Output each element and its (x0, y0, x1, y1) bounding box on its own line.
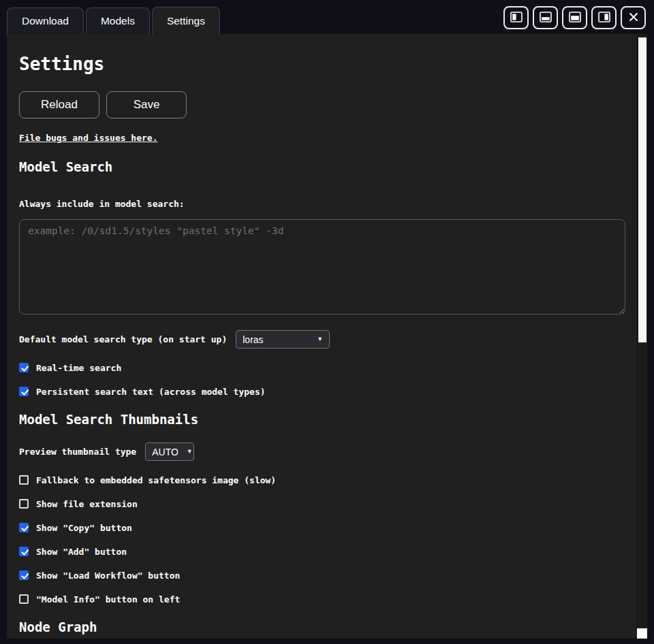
close-icon (628, 12, 639, 25)
tab-models-label: Models (101, 15, 135, 27)
scrollbar-thumb[interactable] (638, 37, 647, 342)
show-copy-button-row: Show "Copy" button (19, 523, 625, 532)
file-bugs-link[interactable]: File bugs and issues here. (19, 133, 158, 143)
thumbnails-heading: Model Search Thumbnails (19, 413, 625, 427)
default-search-type-label: Default model search type (on start up) (19, 334, 227, 344)
tab-settings-label: Settings (167, 15, 205, 27)
dock-bottom-icon (540, 12, 552, 25)
chevron-down-icon: ▼ (187, 449, 193, 455)
model-info-left-checkbox[interactable] (19, 594, 29, 604)
window-controls (503, 6, 646, 29)
scrollbar-corner (637, 628, 647, 639)
always-include-textarea[interactable] (19, 219, 625, 315)
settings-content: Settings Reload Save File bugs and issue… (7, 34, 637, 639)
show-load-workflow-label: Show "Load Workflow" button (36, 570, 180, 581)
show-add-button-checkbox[interactable] (19, 547, 29, 556)
settings-panel: Settings Reload Save File bugs and issue… (7, 34, 647, 639)
show-load-workflow-row: Show "Load Workflow" button (19, 570, 625, 580)
tab-download-label: Download (22, 15, 69, 27)
reload-button[interactable]: Reload (19, 91, 99, 118)
dock-bottom-expand-button[interactable] (562, 6, 587, 29)
tab-models[interactable]: Models (86, 7, 150, 34)
realtime-search-checkbox[interactable] (19, 363, 29, 372)
show-copy-button-checkbox[interactable] (19, 523, 29, 532)
dock-bottom-button[interactable] (533, 6, 558, 29)
persistent-search-row: Persistent search text (across model typ… (19, 387, 625, 396)
dock-left-button[interactable] (503, 6, 529, 29)
model-info-left-label: "Model Info" button on left (36, 594, 180, 605)
action-button-row: Reload Save (19, 91, 625, 118)
model-search-heading: Model Search (19, 160, 625, 174)
fallback-safetensors-row: Fallback to embedded safetensors image (… (19, 475, 625, 485)
show-copy-button-label: Show "Copy" button (36, 523, 132, 533)
persistent-search-label: Persistent search text (across model typ… (36, 387, 266, 397)
realtime-search-row: Real-time search (19, 363, 625, 372)
show-file-extension-row: Show file extension (19, 499, 625, 509)
realtime-search-label: Real-time search (36, 363, 121, 373)
show-file-extension-checkbox[interactable] (19, 499, 29, 509)
chevron-down-icon: ▼ (317, 336, 323, 342)
show-load-workflow-checkbox[interactable] (19, 570, 29, 580)
preview-thumbnail-type-select[interactable]: AUTO ▼ (145, 442, 194, 461)
show-add-button-row: Show "Add" button (19, 547, 625, 556)
default-search-type-value: loras (243, 334, 263, 345)
preview-thumbnail-type-value: AUTO (152, 447, 178, 457)
persistent-search-checkbox[interactable] (19, 387, 29, 396)
dock-left-icon (510, 12, 523, 25)
save-button[interactable]: Save (106, 91, 187, 118)
default-search-type-row: Default model search type (on start up) … (19, 330, 625, 349)
preview-thumbnail-type-row: Preview thumbnail type AUTO ▼ (19, 442, 625, 461)
titlebar: Download Models Settings (0, 0, 654, 34)
always-include-label: Always include in model search: (19, 199, 625, 209)
preview-thumbnail-type-label: Preview thumbnail type (19, 447, 136, 457)
default-search-type-select[interactable]: loras ▼ (236, 330, 330, 349)
node-graph-heading: Node Graph (19, 620, 625, 634)
model-info-left-row: "Model Info" button on left (19, 594, 625, 604)
tab-settings[interactable]: Settings (152, 7, 220, 34)
tab-download[interactable]: Download (7, 7, 84, 34)
dock-right-button[interactable] (591, 6, 617, 29)
page-title: Settings (19, 55, 625, 74)
fallback-safetensors-checkbox[interactable] (19, 475, 29, 485)
show-file-extension-label: Show file extension (36, 499, 138, 509)
close-button[interactable] (621, 6, 646, 29)
dock-right-icon (598, 12, 610, 25)
show-add-button-label: Show "Add" button (36, 547, 127, 557)
dock-bottom-expand-icon (569, 12, 581, 25)
tab-strip: Download Models Settings (7, 7, 220, 34)
fallback-safetensors-label: Fallback to embedded safetensors image (… (36, 475, 276, 485)
vertical-scrollbar[interactable] (637, 34, 647, 639)
